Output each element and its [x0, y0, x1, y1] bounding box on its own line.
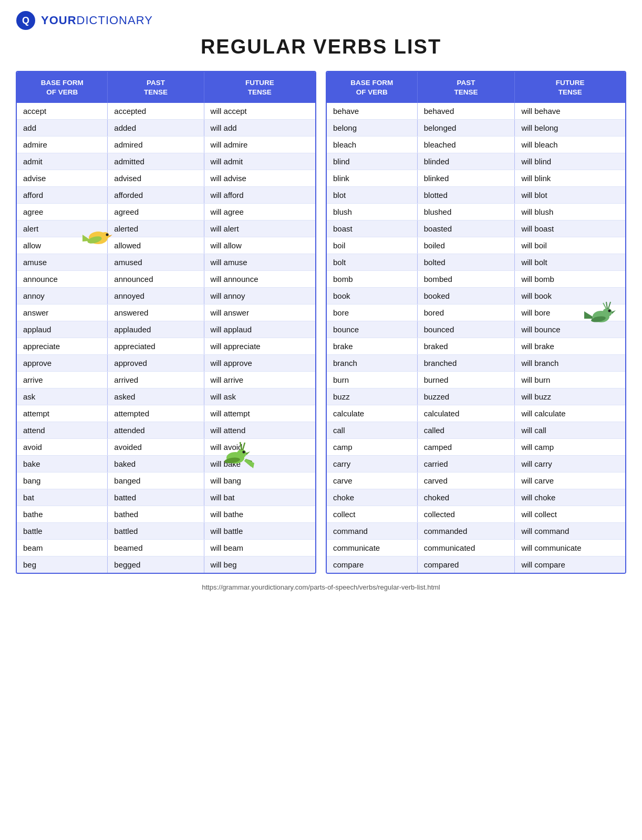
- table-row: boreboredwill bore: [327, 304, 625, 321]
- table-row: blotblottedwill blot: [327, 187, 625, 204]
- logo-icon: Q: [16, 10, 36, 30]
- table-right-cell-21-1: carried: [417, 456, 515, 472]
- table-left-cell-14-1: appreciated: [108, 338, 204, 355]
- table-left-cell-6-1: agreed: [108, 204, 204, 220]
- table-left-cell-17-1: asked: [108, 388, 204, 405]
- table-right-cell-27-0: compare: [327, 556, 417, 573]
- table-row: applaudapplaudedwill applaud: [17, 321, 315, 338]
- table-row: appreciateappreciatedwill appreciate: [17, 338, 315, 355]
- table-right-cell-1-1: belonged: [417, 120, 515, 136]
- table-left-cell-23-2: will bat: [204, 489, 315, 506]
- table-row: behavebehavedwill behave: [327, 103, 625, 120]
- table-right-cell-3-2: will blind: [515, 153, 625, 170]
- table-left-cell-7-0: alert: [17, 220, 108, 237]
- table-left-cell-4-2: will advise: [204, 170, 315, 187]
- table-left-cell-8-1: allowed: [108, 237, 204, 254]
- table-left-cell-9-2: will amuse: [204, 254, 315, 271]
- table-right-cell-25-1: commanded: [417, 523, 515, 540]
- footer-url: https://grammar.yourdictionary.com/parts…: [16, 583, 626, 591]
- table-right-cell-22-2: will carve: [515, 472, 625, 489]
- table-row: admitadmittedwill admit: [17, 153, 315, 170]
- table-right-cell-25-0: command: [327, 523, 417, 540]
- table-right: BASE FORMOF VERB PASTTENSE FUTURETENSE b…: [326, 71, 626, 574]
- table-right-cell-16-2: will burn: [515, 372, 625, 388]
- table-right-cell-24-1: collected: [417, 506, 515, 523]
- table-left-header-row: BASE FORMOF VERB PASTTENSE FUTURETENSE: [17, 72, 315, 103]
- table-left-cell-27-0: beg: [17, 556, 108, 573]
- table-right-cell-25-2: will command: [515, 523, 625, 540]
- table-left-cell-24-2: will bathe: [204, 506, 315, 523]
- table-left-header-base: BASE FORMOF VERB: [17, 72, 108, 103]
- table-right-header-past: PASTTENSE: [417, 72, 515, 103]
- table-right-cell-8-2: will boil: [515, 237, 625, 254]
- table-right-cell-3-1: blinded: [417, 153, 515, 170]
- table-row: alertalertedwill alert: [17, 220, 315, 237]
- table-row: bathebathedwill bathe: [17, 506, 315, 523]
- table-right-cell-27-2: will compare: [515, 556, 625, 573]
- table-left: BASE FORMOF VERB PASTTENSE FUTURETENSE a…: [16, 71, 316, 574]
- table-right-cell-12-1: bored: [417, 304, 515, 321]
- table-right-cell-18-0: calculate: [327, 405, 417, 422]
- table-left-cell-16-0: arrive: [17, 372, 108, 388]
- table-left-cell-6-2: will agree: [204, 204, 315, 220]
- table-right-cell-20-0: camp: [327, 439, 417, 456]
- table-right-cell-19-0: call: [327, 422, 417, 439]
- table-left-cell-12-0: answer: [17, 304, 108, 321]
- table-right-cell-26-2: will communicate: [515, 540, 625, 556]
- table-left-cell-25-1: battled: [108, 523, 204, 540]
- table-right-cell-11-2: will book: [515, 288, 625, 304]
- table-left-cell-4-0: advise: [17, 170, 108, 187]
- table-right-cell-7-2: will boast: [515, 220, 625, 237]
- table-right-cell-0-0: behave: [327, 103, 417, 120]
- table-left-cell-2-1: admired: [108, 136, 204, 153]
- table-left-cell-22-0: bang: [17, 472, 108, 489]
- table-right-cell-15-0: branch: [327, 355, 417, 372]
- table-right-cell-26-0: communicate: [327, 540, 417, 556]
- table-right-cell-12-0: bore: [327, 304, 417, 321]
- table-right-cell-1-0: belong: [327, 120, 417, 136]
- table-left-cell-17-2: will ask: [204, 388, 315, 405]
- table-row: bombbombedwill bomb: [327, 271, 625, 288]
- table-right-cell-19-2: will call: [515, 422, 625, 439]
- table-right-cell-16-0: burn: [327, 372, 417, 388]
- table-right-cell-11-1: booked: [417, 288, 515, 304]
- table-row: bleachbleachedwill bleach: [327, 136, 625, 153]
- table-right-header-row: BASE FORMOF VERB PASTTENSE FUTURETENSE: [327, 72, 625, 103]
- table-left-cell-1-0: add: [17, 120, 108, 136]
- table-left-cell-18-2: will attempt: [204, 405, 315, 422]
- table-left-header-future: FUTURETENSE: [204, 72, 315, 103]
- table-row: collectcollectedwill collect: [327, 506, 625, 523]
- table-row: belongbelongedwill belong: [327, 120, 625, 136]
- table-right-cell-10-2: will bomb: [515, 271, 625, 288]
- svg-text:Q: Q: [22, 15, 29, 26]
- table-row: bouncebouncedwill bounce: [327, 321, 625, 338]
- table-row: callcalledwill call: [327, 422, 625, 439]
- table-left-cell-16-2: will arrive: [204, 372, 315, 388]
- table-left-cell-25-2: will battle: [204, 523, 315, 540]
- table-right-cell-23-1: choked: [417, 489, 515, 506]
- table-right-cell-13-1: bounced: [417, 321, 515, 338]
- table-right-cell-7-0: boast: [327, 220, 417, 237]
- table-right-cell-10-0: bomb: [327, 271, 417, 288]
- table-left-cell-11-2: will annoy: [204, 288, 315, 304]
- table-left-cell-26-2: will beam: [204, 540, 315, 556]
- table-row: allowallowedwill allow: [17, 237, 315, 254]
- table-right-cell-18-1: calculated: [417, 405, 515, 422]
- table-left-cell-21-2: will bake: [204, 456, 315, 472]
- table-left-cell-22-2: will bang: [204, 472, 315, 489]
- table-row: bakebakedwill bake: [17, 456, 315, 472]
- table-right-cell-8-0: boil: [327, 237, 417, 254]
- table-left-cell-21-0: bake: [17, 456, 108, 472]
- table-right-cell-20-2: will camp: [515, 439, 625, 456]
- table-left-cell-22-1: banged: [108, 472, 204, 489]
- table-left-cell-11-1: annoyed: [108, 288, 204, 304]
- table-row: calculatecalculatedwill calculate: [327, 405, 625, 422]
- table-left-cell-3-0: admit: [17, 153, 108, 170]
- table-right-cell-23-0: choke: [327, 489, 417, 506]
- table-left-cell-24-0: bathe: [17, 506, 108, 523]
- table-right-cell-3-0: blind: [327, 153, 417, 170]
- table-left-cell-6-0: agree: [17, 204, 108, 220]
- table-right-cell-22-1: carved: [417, 472, 515, 489]
- table-left-cell-26-0: beam: [17, 540, 108, 556]
- table-left-cell-5-1: afforded: [108, 187, 204, 204]
